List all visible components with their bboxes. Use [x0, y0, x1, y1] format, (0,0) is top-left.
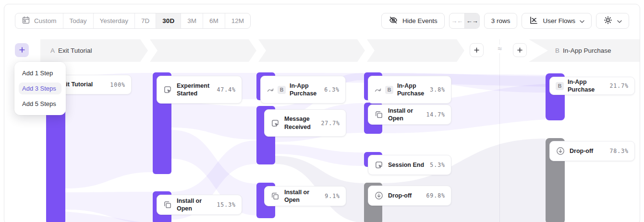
date-range-12m[interactable]: 12M: [225, 13, 250, 28]
chevron-down-icon: [580, 17, 584, 24]
flow-node-install-or-open-3[interactable]: Install or Open 14.7%: [368, 105, 451, 125]
menu-item-add-5-steps[interactable]: Add 5 Steps: [19, 98, 61, 110]
drop-off-icon: [374, 191, 384, 200]
step-band-a-2: [150, 39, 256, 62]
flow-node-in-app-purchase-1[interactable]: B In-App Purchase 6.3%: [260, 76, 346, 104]
jump-arrow-icon: [374, 86, 382, 93]
flow-node-drop-off-b[interactable]: Drop-off 78.3%: [549, 141, 635, 161]
date-range-30d-selected[interactable]: 30D: [156, 13, 181, 28]
flow-a-letter: A: [50, 47, 55, 54]
step-b-badge: B: [278, 86, 286, 94]
flow-a-header: A Exit Tutorial: [50, 39, 92, 62]
date-range-today[interactable]: Today: [63, 13, 94, 28]
event-click-icon: [163, 85, 172, 94]
eye-off-icon: [389, 15, 398, 26]
toolbar-right: Hide Events →← ←→ 3 rows User Flows: [381, 13, 629, 29]
flow-node-install-or-open-2[interactable]: Install or Open 9.1%: [264, 186, 346, 206]
calendar-icon: [22, 16, 30, 26]
drop-off-icon: [556, 146, 565, 156]
date-range-yesterday[interactable]: Yesterday: [94, 13, 135, 28]
flow-b-letter: B: [555, 47, 559, 54]
add-step-menu: Add 1 Step Add 3 Steps Add 5 Steps: [14, 62, 66, 115]
jump-arrow-icon: [267, 86, 274, 93]
rows-button[interactable]: 3 rows: [484, 13, 518, 29]
event-click-icon: [270, 118, 280, 128]
plus-icon: [517, 46, 522, 55]
date-range-7d[interactable]: 7D: [135, 13, 156, 28]
date-range-3m[interactable]: 3M: [181, 13, 203, 28]
gear-icon: [603, 15, 613, 26]
chevron-down-icon: [617, 17, 622, 24]
step-b-badge: B: [556, 82, 564, 90]
flow-b-title: In-App Purchase: [563, 47, 611, 54]
install-windows-icon: [270, 191, 280, 201]
date-range-custom[interactable]: Custom: [15, 13, 63, 28]
collapse-columns-icon[interactable]: →←: [450, 13, 464, 28]
settings-dropdown-button[interactable]: [596, 13, 629, 29]
add-column-left-button[interactable]: [470, 43, 484, 57]
flow-a-title: Exit Tutorial: [58, 47, 92, 54]
menu-item-add-1-step[interactable]: Add 1 Step: [19, 67, 61, 79]
expand-columns-icon[interactable]: ←→: [464, 13, 479, 28]
hide-events-button[interactable]: Hide Events: [381, 13, 445, 29]
flow-node-experiment-started[interactable]: Experiment Started 47.4%: [157, 76, 242, 104]
step-band-a-4: [367, 39, 464, 62]
user-flows-panel: Custom Today Yesterday 7D 30D 3M 6M 12M …: [4, 4, 640, 222]
approx-gap-symbol: ≈: [495, 45, 505, 53]
plus-icon: [474, 46, 479, 55]
date-range-selector: Custom Today Yesterday 7D 30D 3M 6M 12M: [15, 13, 251, 29]
view-selector-dropdown[interactable]: User Flows: [522, 13, 592, 29]
add-column-right-button[interactable]: [513, 43, 527, 57]
step-band-a-3: [258, 39, 365, 62]
install-windows-icon: [374, 110, 384, 119]
step-b-badge: B: [385, 86, 393, 94]
date-range-6m[interactable]: 6M: [203, 13, 225, 28]
flow-node-message-received[interactable]: Message Received 27.7%: [264, 109, 346, 137]
flow-b-header: B In-App Purchase: [555, 39, 611, 62]
flow-node-session-end[interactable]: Session End 5.3%: [368, 155, 451, 175]
column-width-toggle: →← ←→: [449, 13, 480, 29]
flow-split-divider: [499, 39, 500, 222]
install-windows-icon: [163, 200, 172, 210]
toolbar: Custom Today Yesterday 7D 30D 3M 6M 12M …: [15, 13, 629, 29]
flow-node-install-or-open-1[interactable]: Install or Open 15.3%: [157, 195, 242, 215]
flow-node-drop-off-1[interactable]: Drop-off 69.8%: [368, 186, 451, 206]
add-step-button[interactable]: [15, 43, 29, 57]
flow-node-in-app-purchase-2[interactable]: B In-App Purchase 3.8%: [368, 76, 451, 104]
flow-node-in-app-purchase-b[interactable]: B In-App Purchase 21.7%: [549, 77, 635, 95]
plus-icon: [19, 46, 25, 55]
user-flows-chart-icon: [529, 15, 538, 26]
event-click-icon: [374, 160, 384, 170]
menu-item-add-3-steps[interactable]: Add 3 Steps: [19, 82, 61, 94]
